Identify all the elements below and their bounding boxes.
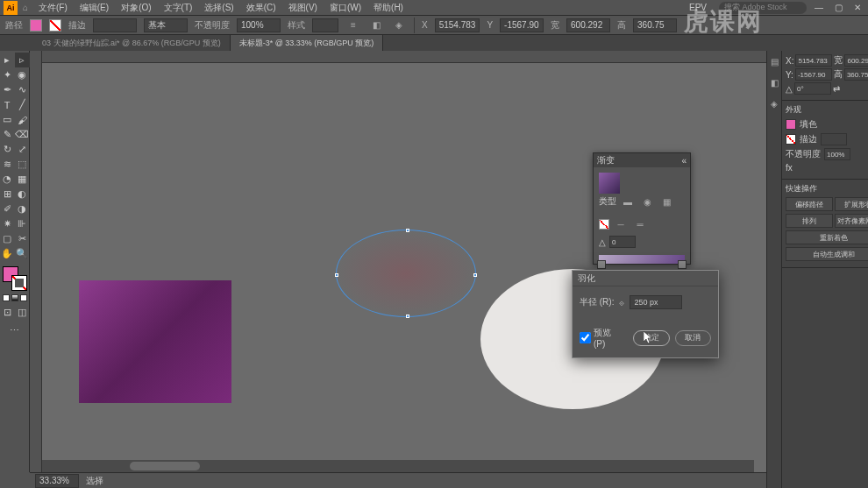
menu-object[interactable]: 对象(O) xyxy=(116,2,156,14)
tool-brush[interactable]: 🖌 xyxy=(15,112,30,127)
libraries-icon[interactable]: ◈ xyxy=(767,96,781,110)
menu-edit[interactable]: 编辑(E) xyxy=(75,2,114,14)
menu-select[interactable]: 选择(S) xyxy=(199,2,238,14)
gradient-close-icon[interactable]: « xyxy=(681,156,687,166)
tool-rotate[interactable]: ↻ xyxy=(0,142,15,157)
preview-cb-input[interactable] xyxy=(580,332,591,343)
stroke-weight-field[interactable] xyxy=(93,18,137,32)
tool-pen[interactable]: ✒ xyxy=(0,82,15,97)
flip-icon[interactable]: ⇄ xyxy=(833,84,840,94)
gradient-preview[interactable] xyxy=(599,173,620,194)
brush-profile-field[interactable]: 基本 xyxy=(144,18,188,32)
stepper-icon[interactable]: ⟐ xyxy=(619,298,624,308)
appear-opacity[interactable]: 100% xyxy=(824,148,850,160)
quick-offset[interactable]: 偏移路径 xyxy=(786,197,833,211)
stroke-color[interactable] xyxy=(11,275,27,291)
xf-h[interactable]: 360.75 xyxy=(844,68,868,81)
tool-artboard[interactable]: ▢ xyxy=(0,231,15,246)
layers-icon[interactable]: ◧ xyxy=(767,75,781,89)
fill-stroke-control[interactable] xyxy=(3,266,27,291)
quick-arrange[interactable]: 排列 xyxy=(786,214,833,228)
gradient-angle[interactable]: 0 xyxy=(609,236,636,248)
tool-hand[interactable]: ✋ xyxy=(0,246,15,261)
radius-input[interactable] xyxy=(630,295,682,309)
gradient-slider[interactable] xyxy=(599,255,685,264)
tool-free-transform[interactable]: ⬚ xyxy=(15,157,30,172)
ruler-horizontal[interactable] xyxy=(42,51,766,63)
artwork-selected-ellipse[interactable] xyxy=(336,230,476,317)
artwork-purple-rect[interactable] xyxy=(79,280,231,403)
gradient-linear-icon[interactable]: ▬ xyxy=(620,194,636,209)
scrollbar-horizontal[interactable] xyxy=(42,460,754,472)
quick-blend[interactable]: 自动生成调和 xyxy=(786,247,868,261)
appear-fill-swatch[interactable] xyxy=(786,119,796,130)
tool-graph[interactable]: ⊪ xyxy=(15,216,30,231)
menu-file[interactable]: 文件(F) xyxy=(33,2,73,14)
opacity-field[interactable]: 100% xyxy=(237,18,281,32)
tool-type[interactable]: T xyxy=(0,97,15,112)
xf-w[interactable]: 600.292 xyxy=(844,54,868,67)
menu-help[interactable]: 帮助(H) xyxy=(368,2,409,14)
xf-x[interactable]: 5154.783 xyxy=(795,54,832,67)
gradient-stroke-type1-icon[interactable]: ─ xyxy=(613,216,629,232)
tool-mesh[interactable]: ⊞ xyxy=(0,187,15,202)
tool-symbol[interactable]: ✷ xyxy=(0,216,15,231)
gradient-stroke-type2-icon[interactable]: ═ xyxy=(632,216,648,232)
close-icon[interactable]: ✕ xyxy=(850,2,864,14)
gradient-freeform-icon[interactable]: ▦ xyxy=(658,194,674,209)
stroke-swatch[interactable] xyxy=(49,19,61,32)
x-field[interactable]: 5154.783 xyxy=(435,18,480,32)
menu-effect[interactable]: 效果(C) xyxy=(241,2,281,14)
menu-view[interactable]: 视图(V) xyxy=(283,2,323,14)
screen-mode[interactable]: ⊡ xyxy=(0,305,15,320)
tool-direct-select[interactable]: ▹ xyxy=(15,53,30,67)
menu-window[interactable]: 窗口(W) xyxy=(324,2,366,14)
tool-selection[interactable]: ▸ xyxy=(0,53,15,67)
cancel-button[interactable]: 取消 xyxy=(675,330,712,346)
fill-swatch[interactable] xyxy=(30,19,42,32)
h-field[interactable]: 360.75 xyxy=(633,18,677,32)
ok-button[interactable]: 确定 xyxy=(633,330,670,346)
ruler-vertical[interactable] xyxy=(30,51,42,472)
workspace-switcher[interactable]: EPV xyxy=(682,3,714,12)
edit-toolbar[interactable]: ⋯ xyxy=(7,323,22,338)
draw-mode[interactable]: ◫ xyxy=(15,305,30,320)
w-field[interactable]: 600.292 xyxy=(566,18,610,32)
tool-slice[interactable]: ✂ xyxy=(15,231,30,246)
scrollbar-thumb[interactable] xyxy=(130,462,200,470)
color-mode-swatches[interactable] xyxy=(3,294,27,301)
shape-mode-icon[interactable]: ◧ xyxy=(368,18,384,33)
xf-angle[interactable]: 0° xyxy=(794,82,831,95)
menu-type[interactable]: 文字(T) xyxy=(159,2,198,14)
preview-checkbox[interactable]: 预览 (P) xyxy=(580,327,623,349)
tool-blend[interactable]: ◑ xyxy=(15,202,30,216)
xf-y[interactable]: -1567.90 xyxy=(795,68,832,81)
tool-scale[interactable]: ⤢ xyxy=(15,142,30,157)
minimize-icon[interactable]: — xyxy=(812,2,826,14)
tool-gradient[interactable]: ◐ xyxy=(15,187,30,202)
tool-width[interactable]: ≋ xyxy=(0,157,15,172)
transform-icon[interactable]: ◈ xyxy=(391,18,407,33)
tool-zoom[interactable]: 🔍 xyxy=(15,246,30,261)
tool-lasso[interactable]: ◉ xyxy=(15,67,30,82)
tool-curvature[interactable]: ∿ xyxy=(15,82,30,97)
tool-rect[interactable]: ▭ xyxy=(0,112,15,127)
tool-eyedropper[interactable]: ✐ xyxy=(0,202,15,216)
search-input[interactable]: 搜索 Adobe Stock xyxy=(719,2,807,14)
app-logo[interactable]: Ai xyxy=(4,1,18,15)
tool-shape-builder[interactable]: ◔ xyxy=(0,172,15,187)
align-icon[interactable]: ≡ xyxy=(345,18,361,33)
tool-shaper[interactable]: ✎ xyxy=(0,127,15,142)
gradient-stroke-swatch[interactable] xyxy=(599,219,609,230)
maximize-icon[interactable]: ▢ xyxy=(831,2,845,14)
y-field[interactable]: -1567.90 xyxy=(500,18,544,32)
tab-doc1[interactable]: 03 天健的绿野仙踪.ai* @ 86.67% (RGB/GPU 预览) xyxy=(33,35,231,51)
quick-recolor[interactable]: 重新着色 xyxy=(786,230,868,244)
gradient-radial-icon[interactable]: ◉ xyxy=(639,194,655,209)
zoom-field[interactable]: 33.33% xyxy=(35,474,79,488)
tool-perspective[interactable]: ▦ xyxy=(15,172,30,187)
properties-icon[interactable]: ▤ xyxy=(767,54,781,68)
home-icon[interactable]: ⌂ xyxy=(19,2,32,14)
appear-stroke-weight[interactable] xyxy=(821,133,847,145)
quick-expand[interactable]: 扩展形状 xyxy=(835,197,868,211)
